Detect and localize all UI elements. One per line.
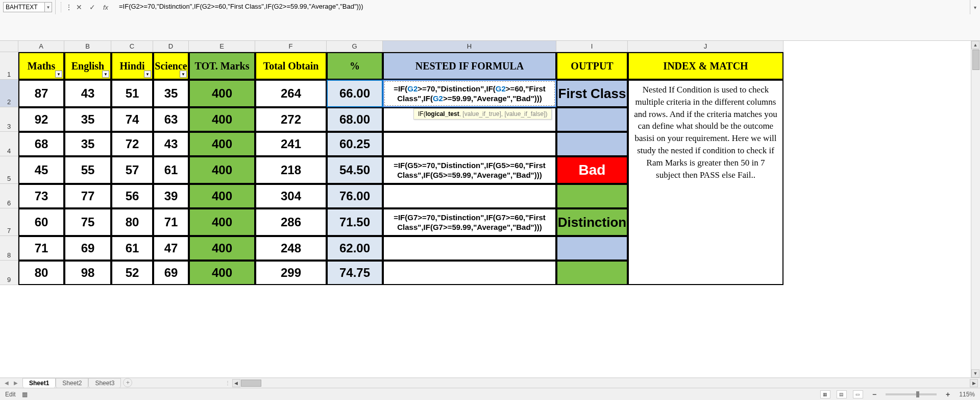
cell-I6[interactable] xyxy=(556,184,628,208)
cell-B1[interactable]: English▼ xyxy=(64,52,111,80)
cell-I1[interactable]: OUTPUT xyxy=(556,52,628,80)
cell-F6[interactable]: 304 xyxy=(255,184,327,208)
cell-I2[interactable]: First Class xyxy=(556,80,628,107)
formula-expand-icon[interactable]: ▾ xyxy=(970,0,980,14)
cell-G5[interactable]: 54.50 xyxy=(327,156,383,184)
cell-E4[interactable]: 400 xyxy=(189,132,255,156)
formula-menu-icon[interactable]: ⋮ xyxy=(61,2,71,12)
cell-A2[interactable]: 87 xyxy=(18,80,64,107)
cell-F9[interactable]: 299 xyxy=(255,261,327,285)
cell-C4[interactable]: 72 xyxy=(111,132,153,156)
cell-H7[interactable]: =IF(G7>=70,"Distinction",IF(G7>=60,"Firs… xyxy=(383,208,556,236)
vertical-scrollbar[interactable]: ▲ ▼ xyxy=(971,41,980,378)
cancel-icon[interactable]: ✕ xyxy=(74,2,84,12)
cell-I7[interactable]: Distinction xyxy=(556,208,628,236)
filter-dropdown-A[interactable]: ▼ xyxy=(55,70,62,78)
row-header-1[interactable]: 1 xyxy=(0,52,18,80)
accept-icon[interactable]: ✓ xyxy=(87,2,97,12)
cell-G7[interactable]: 71.50 xyxy=(327,208,383,236)
cell-E7[interactable]: 400 xyxy=(189,208,255,236)
col-header-I[interactable]: I xyxy=(556,41,628,52)
col-header-G[interactable]: G xyxy=(327,41,383,52)
cell-A1[interactable]: Maths▼ xyxy=(18,52,64,80)
cell-I9[interactable] xyxy=(556,261,628,285)
cell-E5[interactable]: 400 xyxy=(189,156,255,184)
cell-H8[interactable] xyxy=(383,236,556,261)
cell-F8[interactable]: 248 xyxy=(255,236,327,261)
col-header-B[interactable]: B xyxy=(64,41,111,52)
tab-last-icon[interactable]: ▶ xyxy=(12,380,19,387)
cell-H4[interactable] xyxy=(383,132,556,156)
cell-D2[interactable]: 35 xyxy=(153,80,189,107)
cell-B7[interactable]: 75 xyxy=(64,208,111,236)
cell-A5[interactable]: 45 xyxy=(18,156,64,184)
cell-H5[interactable]: =IF(G5>=70,"Distinction",IF(G5>=60,"Firs… xyxy=(383,156,556,184)
cell-E3[interactable]: 400 xyxy=(189,107,255,132)
cell-B8[interactable]: 69 xyxy=(64,236,111,261)
split-handle[interactable]: ⋮ xyxy=(223,380,232,386)
cell-F3[interactable]: 272 xyxy=(255,107,327,132)
cell-C3[interactable]: 74 xyxy=(111,107,153,132)
row-header-6[interactable]: 6 xyxy=(0,184,18,208)
scroll-down-icon[interactable]: ▼ xyxy=(971,369,979,378)
cell-J1[interactable]: INDEX & MATCH xyxy=(628,52,783,80)
row-header-8[interactable]: 8 xyxy=(0,236,18,261)
cell-D6[interactable]: 39 xyxy=(153,184,189,208)
cell-F5[interactable]: 218 xyxy=(255,156,327,184)
cell-E9[interactable]: 400 xyxy=(189,261,255,285)
cell-G4[interactable]: 60.25 xyxy=(327,132,383,156)
cell-F7[interactable]: 286 xyxy=(255,208,327,236)
cell-B5[interactable]: 55 xyxy=(64,156,111,184)
cell-I5[interactable]: Bad xyxy=(556,156,628,184)
fx-icon[interactable]: fx xyxy=(101,2,111,12)
col-header-H[interactable]: H xyxy=(383,41,556,52)
row-header-9[interactable]: 9 xyxy=(0,261,18,285)
cell-D3[interactable]: 63 xyxy=(153,107,189,132)
col-header-C[interactable]: C xyxy=(111,41,153,52)
cell-C2[interactable]: 51 xyxy=(111,80,153,107)
cell-A9[interactable]: 80 xyxy=(18,261,64,285)
cell-G8[interactable]: 62.00 xyxy=(327,236,383,261)
row-header-3[interactable]: 3 xyxy=(0,107,18,132)
cell-G1[interactable]: % xyxy=(327,52,383,80)
cell-C9[interactable]: 52 xyxy=(111,261,153,285)
row-header-7[interactable]: 7 xyxy=(0,208,18,236)
col-header-A[interactable]: A xyxy=(18,41,64,52)
view-normal-icon[interactable]: ▦ xyxy=(820,390,830,398)
record-macro-icon[interactable]: ▦ xyxy=(22,391,28,398)
cell-D9[interactable]: 69 xyxy=(153,261,189,285)
cell-A6[interactable]: 73 xyxy=(18,184,64,208)
cell-A3[interactable]: 92 xyxy=(18,107,64,132)
cell-I3[interactable] xyxy=(556,107,628,132)
tab-first-icon[interactable]: ◀ xyxy=(3,380,10,387)
col-header-D[interactable]: D xyxy=(153,41,189,52)
cell-F1[interactable]: Total Obtain xyxy=(255,52,327,80)
hscroll-thumb[interactable] xyxy=(241,380,261,387)
cell-J-note[interactable]: Nested If Condition is used to check mul… xyxy=(628,80,783,285)
cell-I4[interactable] xyxy=(556,132,628,156)
cell-G9[interactable]: 74.75 xyxy=(327,261,383,285)
col-header-F[interactable]: F xyxy=(255,41,327,52)
cell-F4[interactable]: 241 xyxy=(255,132,327,156)
cell-A7[interactable]: 60 xyxy=(18,208,64,236)
cell-E6[interactable]: 400 xyxy=(189,184,255,208)
cell-G3[interactable]: 68.00 xyxy=(327,107,383,132)
col-header-E[interactable]: E xyxy=(189,41,255,52)
cell-C1[interactable]: Hindi▼ xyxy=(111,52,153,80)
cell-D5[interactable]: 61 xyxy=(153,156,189,184)
cell-E2[interactable]: 400 xyxy=(189,80,255,107)
name-box-dropdown[interactable]: ▼ xyxy=(45,2,52,12)
scroll-up-icon[interactable]: ▲ xyxy=(971,41,979,49)
add-sheet-button[interactable]: + xyxy=(123,378,132,387)
cell-H9[interactable] xyxy=(383,261,556,285)
view-page-layout-icon[interactable]: ▤ xyxy=(837,390,847,398)
filter-dropdown-B[interactable]: ▼ xyxy=(102,70,109,78)
row-header-5[interactable]: 5 xyxy=(0,156,18,184)
cell-C7[interactable]: 80 xyxy=(111,208,153,236)
cell-B4[interactable]: 35 xyxy=(64,132,111,156)
cell-C8[interactable]: 61 xyxy=(111,236,153,261)
cell-B9[interactable]: 98 xyxy=(64,261,111,285)
zoom-out-button[interactable]: − xyxy=(869,390,879,398)
cell-D8[interactable]: 47 xyxy=(153,236,189,261)
vscroll-thumb[interactable] xyxy=(972,50,979,70)
